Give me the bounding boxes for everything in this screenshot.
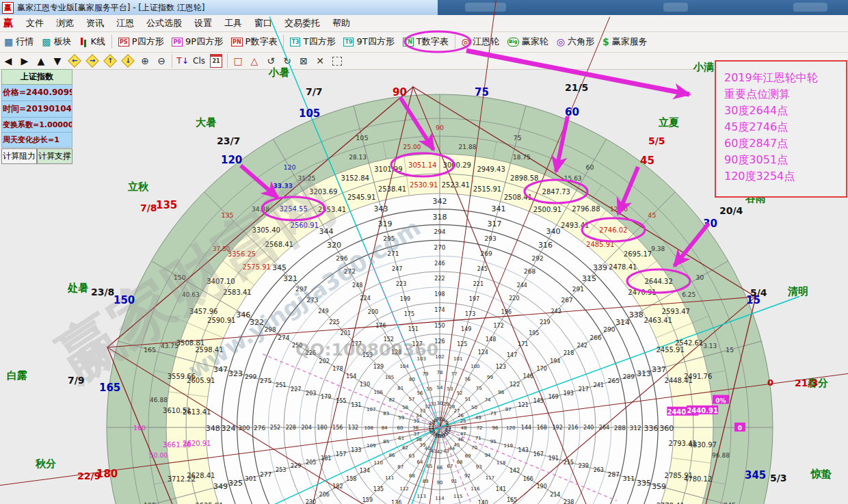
svg-text:263: 263 — [594, 467, 604, 473]
svg-text:2538.41: 2538.41 — [378, 185, 406, 193]
svg-text:277: 277 — [260, 471, 271, 478]
svg-text:156: 156 — [332, 425, 343, 431]
diamond-down-icon[interactable]: ↓ — [121, 54, 135, 68]
svg-text:9.38: 9.38 — [651, 246, 665, 252]
svg-text:335: 335 — [637, 479, 651, 488]
svg-text:297: 297 — [295, 286, 307, 293]
price-axis-icon[interactable]: T↓ — [174, 53, 191, 68]
p-table-button[interactable]: PNP数字表 — [227, 36, 281, 48]
svg-text:197: 197 — [469, 296, 479, 302]
clear-tool-icon[interactable]: ⊠ — [295, 53, 312, 68]
svg-text:4780.12: 4780.12 — [684, 475, 712, 483]
svg-text:17: 17 — [434, 434, 440, 439]
menu-item-0[interactable]: 文件 — [20, 16, 50, 31]
wheel-label-22: 21/3 — [795, 377, 818, 388]
svg-text:3559.66: 3559.66 — [168, 373, 196, 380]
svg-text:11: 11 — [428, 423, 434, 428]
diamond-up-icon[interactable]: ↑ — [103, 54, 117, 68]
svg-text:68: 68 — [457, 460, 463, 465]
diamond-right-icon[interactable]: → — [85, 54, 99, 68]
svg-text:337: 337 — [652, 365, 666, 374]
svg-text:2593.47: 2593.47 — [662, 308, 690, 315]
gann-wheel-button[interactable]: ◎江恩轮 — [458, 36, 503, 48]
svg-text:31: 31 — [430, 401, 436, 407]
svg-text:225: 225 — [329, 319, 339, 326]
svg-text:223: 223 — [396, 281, 406, 287]
svg-text:112: 112 — [399, 486, 408, 492]
svg-text:165: 165 — [144, 346, 156, 354]
rotate-cw-icon[interactable]: ↻ — [279, 53, 295, 68]
svg-text:3457.96: 3457.96 — [189, 308, 217, 315]
svg-text:120: 120 — [283, 163, 295, 171]
svg-text:50: 50 — [471, 405, 477, 410]
page-up-icon[interactable]: ▲ — [33, 53, 49, 68]
svg-text:82: 82 — [388, 397, 395, 403]
separator — [283, 35, 284, 49]
svg-text:75: 75 — [476, 386, 482, 391]
calc-support-button[interactable]: 计算支撑 — [37, 148, 72, 164]
p9-square-button[interactable]: P99P四方形 — [168, 36, 227, 48]
svg-text:119: 119 — [504, 443, 513, 449]
t-square-button[interactable]: T3T四方形 — [286, 36, 339, 48]
svg-text:2949.43: 2949.43 — [477, 165, 505, 173]
green-band — [107, 94, 773, 504]
menu-item-1[interactable]: 浏览 — [50, 16, 80, 31]
triangle-tool-icon[interactable]: △ — [246, 53, 263, 68]
rotate-ccw-icon[interactable]: ↺ — [263, 53, 279, 68]
cls-icon[interactable]: Cls — [191, 53, 207, 68]
svg-text:3254.55: 3254.55 — [279, 205, 307, 213]
quotes-button[interactable]: ▦行情 — [0, 36, 38, 48]
svg-text:2478.41: 2478.41 — [609, 263, 637, 271]
menu-item-9[interactable]: 帮助 — [326, 16, 356, 31]
svg-text:48: 48 — [461, 425, 467, 431]
hexagon-button[interactable]: ◎六角形 — [553, 36, 598, 48]
svg-text:58: 58 — [402, 405, 408, 410]
diamond-left-icon[interactable]: ← — [68, 54, 81, 68]
svg-text:348: 348 — [206, 424, 220, 433]
wheel-label-33: 45 — [640, 155, 654, 167]
svg-text:290: 290 — [603, 326, 615, 333]
svg-text:173: 173 — [465, 311, 475, 317]
svg-text:2: 2 — [446, 421, 449, 426]
rect-tool-icon[interactable]: □ — [230, 53, 246, 68]
menu-item-8[interactable]: 交易委托 — [278, 16, 326, 31]
winner-service-button[interactable]: $赢家服务 — [598, 36, 652, 48]
page-down-icon[interactable]: ▼ — [49, 53, 66, 68]
kline-button[interactable]: K线 — [75, 36, 109, 48]
svg-text:23: 23 — [445, 427, 451, 433]
select-tool-icon[interactable] — [332, 57, 342, 66]
zoom-in-icon[interactable]: ⊕ — [137, 53, 153, 68]
wheel-label-17: 22/9 — [77, 470, 101, 481]
forward-icon[interactable]: ▶ — [16, 53, 33, 68]
winner-wheel-button[interactable]: Big赢家轮 — [503, 36, 553, 48]
svg-text:102: 102 — [435, 354, 444, 360]
t-table-button[interactable]: TNT数字表 — [399, 36, 453, 48]
p-square-button[interactable]: PSP四方形 — [114, 36, 168, 48]
svg-text:65: 65 — [427, 464, 433, 469]
svg-text:264: 264 — [599, 425, 609, 431]
menu-item-5[interactable]: 设置 — [188, 16, 218, 31]
zoom-out-icon[interactable]: ⊖ — [153, 53, 170, 68]
svg-text:13: 13 — [428, 427, 434, 433]
menu-item-3[interactable]: 江恩 — [110, 16, 140, 31]
menu-item-7[interactable]: 窗口 — [248, 16, 278, 31]
svg-text:71: 71 — [475, 436, 481, 441]
t9-square-button[interactable]: T99T四方形 — [339, 36, 398, 48]
center-tool-icon[interactable]: ✕ — [312, 53, 328, 68]
title-bar: 赢 赢家江恩专业版[赢家服务平台] - [上证指数 江恩轮] — [0, 0, 848, 15]
svg-text:314: 314 — [615, 318, 630, 327]
calc-resistance-button[interactable]: 计算阻力 — [1, 148, 37, 164]
menu-item-4[interactable]: 公式选股 — [140, 16, 188, 31]
calendar-icon[interactable]: 21 — [210, 54, 222, 68]
menu-item-6[interactable]: 工具 — [218, 16, 248, 31]
menu-item-2[interactable]: 资讯 — [80, 16, 110, 31]
svg-text:6.25: 6.25 — [682, 291, 695, 298]
back-icon[interactable]: ◀ — [0, 53, 16, 68]
svg-text:178: 178 — [332, 366, 343, 372]
svg-text:30: 30 — [437, 401, 443, 406]
svg-text:90: 90 — [437, 480, 443, 486]
svg-text:78: 78 — [437, 370, 443, 375]
sectors-button[interactable]: ▩板块 — [38, 36, 75, 48]
quotes-button-label: 行情 — [16, 36, 34, 48]
anno-line: 60度2847点 — [724, 135, 846, 152]
